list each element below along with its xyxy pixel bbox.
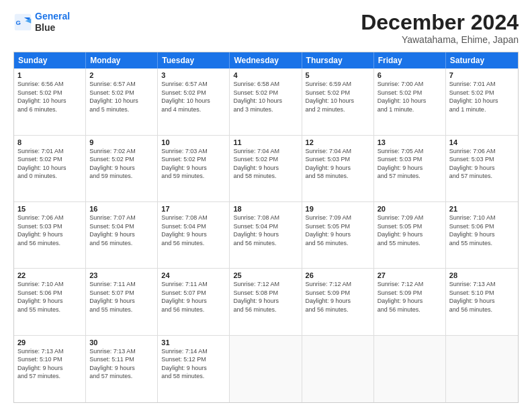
calendar-cell: 27Sunrise: 7:12 AM Sunset: 5:09 PM Dayli… [374,269,446,334]
day-number: 25 [233,271,298,279]
calendar-cell: 22Sunrise: 7:10 AM Sunset: 5:06 PM Dayli… [14,269,86,334]
day-number: 24 [161,271,226,279]
day-info: Sunrise: 7:06 AM Sunset: 5:03 PM Dayligh… [449,147,515,181]
calendar-cell [374,336,446,402]
calendar-cell: 29Sunrise: 7:13 AM Sunset: 5:10 PM Dayli… [14,336,86,402]
day-number: 10 [161,138,226,146]
day-info: Sunrise: 7:08 AM Sunset: 5:04 PM Dayligh… [161,214,226,247]
day-info: Sunrise: 7:12 AM Sunset: 5:09 PM Dayligh… [378,280,442,314]
day-number: 9 [89,138,154,146]
calendar-cell [446,336,518,402]
day-info: Sunrise: 7:12 AM Sunset: 5:09 PM Dayligh… [306,280,370,314]
calendar-cell: 25Sunrise: 7:12 AM Sunset: 5:08 PM Dayli… [230,269,302,334]
calendar-cell: 7Sunrise: 7:01 AM Sunset: 5:02 PM Daylig… [446,68,518,134]
calendar-cell: 8Sunrise: 7:01 AM Sunset: 5:02 PM Daylig… [14,136,86,201]
calendar-cell [302,336,374,402]
calendar-week-1: 1Sunrise: 6:56 AM Sunset: 5:02 PM Daylig… [14,68,518,135]
logo-line1: General [35,11,70,21]
day-info: Sunrise: 7:02 AM Sunset: 5:02 PM Dayligh… [89,147,154,181]
day-info: Sunrise: 6:56 AM Sunset: 5:02 PM Dayligh… [17,80,82,113]
day-number: 15 [17,205,82,213]
day-info: Sunrise: 6:58 AM Sunset: 5:02 PM Dayligh… [233,80,298,113]
day-info: Sunrise: 7:09 AM Sunset: 5:05 PM Dayligh… [306,214,370,247]
calendar-cell: 31Sunrise: 7:14 AM Sunset: 5:12 PM Dayli… [158,336,230,402]
calendar-week-5: 29Sunrise: 7:13 AM Sunset: 5:10 PM Dayli… [14,336,518,402]
day-number: 30 [89,338,154,347]
title-block: December 2024 Yawatahama, Ehime, Japan [361,11,519,45]
calendar-cell: 3Sunrise: 6:57 AM Sunset: 5:02 PM Daylig… [158,68,230,134]
calendar-cell: 16Sunrise: 7:07 AM Sunset: 5:04 PM Dayli… [86,202,158,268]
day-info: Sunrise: 6:57 AM Sunset: 5:02 PM Dayligh… [161,80,226,113]
day-info: Sunrise: 7:10 AM Sunset: 5:06 PM Dayligh… [17,280,82,314]
day-info: Sunrise: 7:13 AM Sunset: 5:10 PM Dayligh… [17,347,82,381]
header-day-thursday: Thursday [302,52,374,68]
calendar-cell: 20Sunrise: 7:09 AM Sunset: 5:05 PM Dayli… [374,202,446,268]
calendar-week-2: 8Sunrise: 7:01 AM Sunset: 5:02 PM Daylig… [14,136,518,202]
calendar-cell: 1Sunrise: 6:56 AM Sunset: 5:02 PM Daylig… [14,68,86,134]
calendar-cell: 11Sunrise: 7:04 AM Sunset: 5:02 PM Dayli… [230,136,302,201]
logo-icon: G [13,13,32,32]
calendar-body: 1Sunrise: 6:56 AM Sunset: 5:02 PM Daylig… [14,68,518,402]
day-number: 3 [161,71,226,79]
calendar-cell: 26Sunrise: 7:12 AM Sunset: 5:09 PM Dayli… [302,269,374,334]
calendar-cell: 12Sunrise: 7:04 AM Sunset: 5:03 PM Dayli… [302,136,374,201]
day-number: 17 [161,205,226,213]
day-info: Sunrise: 7:01 AM Sunset: 5:02 PM Dayligh… [17,147,82,181]
calendar-cell: 15Sunrise: 7:06 AM Sunset: 5:03 PM Dayli… [14,202,86,268]
calendar-cell: 19Sunrise: 7:09 AM Sunset: 5:05 PM Dayli… [302,202,374,268]
subtitle: Yawatahama, Ehime, Japan [361,34,519,45]
calendar-cell: 5Sunrise: 6:59 AM Sunset: 5:02 PM Daylig… [302,68,374,134]
calendar-week-4: 22Sunrise: 7:10 AM Sunset: 5:06 PM Dayli… [14,269,518,335]
day-number: 21 [449,205,515,213]
logo: G General Blue [13,11,70,34]
header-day-friday: Friday [374,52,446,68]
day-number: 31 [161,338,226,347]
day-info: Sunrise: 7:09 AM Sunset: 5:05 PM Dayligh… [378,214,442,247]
day-info: Sunrise: 7:06 AM Sunset: 5:03 PM Dayligh… [17,214,82,247]
calendar-header: SundayMondayTuesdayWednesdayThursdayFrid… [14,52,518,68]
day-info: Sunrise: 7:08 AM Sunset: 5:04 PM Dayligh… [233,214,298,247]
calendar-cell: 2Sunrise: 6:57 AM Sunset: 5:02 PM Daylig… [86,68,158,134]
main-title: December 2024 [361,11,519,34]
day-number: 8 [17,138,82,146]
calendar-cell: 18Sunrise: 7:08 AM Sunset: 5:04 PM Dayli… [230,202,302,268]
logo-line2: Blue [35,22,70,34]
calendar-cell: 13Sunrise: 7:05 AM Sunset: 5:03 PM Dayli… [374,136,446,201]
calendar-cell: 14Sunrise: 7:06 AM Sunset: 5:03 PM Dayli… [446,136,518,201]
day-info: Sunrise: 7:03 AM Sunset: 5:02 PM Dayligh… [161,147,226,181]
day-info: Sunrise: 6:57 AM Sunset: 5:02 PM Dayligh… [89,80,154,113]
day-info: Sunrise: 7:11 AM Sunset: 5:07 PM Dayligh… [161,280,226,314]
svg-text:G: G [16,18,21,26]
day-info: Sunrise: 7:01 AM Sunset: 5:02 PM Dayligh… [449,80,515,113]
day-number: 13 [378,138,442,146]
day-number: 4 [233,71,298,79]
calendar-cell: 17Sunrise: 7:08 AM Sunset: 5:04 PM Dayli… [158,202,230,268]
day-number: 29 [17,338,82,347]
day-info: Sunrise: 6:59 AM Sunset: 5:02 PM Dayligh… [306,80,370,113]
calendar-cell: 30Sunrise: 7:13 AM Sunset: 5:11 PM Dayli… [86,336,158,402]
day-info: Sunrise: 7:13 AM Sunset: 5:10 PM Dayligh… [449,280,515,314]
day-number: 5 [306,71,370,79]
day-number: 26 [306,271,370,279]
calendar-cell: 6Sunrise: 7:00 AM Sunset: 5:02 PM Daylig… [374,68,446,134]
day-info: Sunrise: 7:13 AM Sunset: 5:11 PM Dayligh… [89,347,154,381]
calendar-cell: 28Sunrise: 7:13 AM Sunset: 5:10 PM Dayli… [446,269,518,334]
day-info: Sunrise: 7:04 AM Sunset: 5:03 PM Dayligh… [306,147,370,181]
day-number: 6 [378,71,442,79]
day-number: 23 [89,271,154,279]
day-info: Sunrise: 7:14 AM Sunset: 5:12 PM Dayligh… [161,347,226,381]
day-number: 7 [449,71,515,79]
header-day-wednesday: Wednesday [230,52,302,68]
day-info: Sunrise: 7:07 AM Sunset: 5:04 PM Dayligh… [89,214,154,247]
day-number: 2 [89,71,154,79]
day-number: 12 [306,138,370,146]
calendar-cell: 10Sunrise: 7:03 AM Sunset: 5:02 PM Dayli… [158,136,230,201]
day-info: Sunrise: 7:04 AM Sunset: 5:02 PM Dayligh… [233,147,298,181]
day-number: 28 [449,271,515,279]
calendar-cell: 9Sunrise: 7:02 AM Sunset: 5:02 PM Daylig… [86,136,158,201]
calendar-cell: 4Sunrise: 6:58 AM Sunset: 5:02 PM Daylig… [230,68,302,134]
day-number: 16 [89,205,154,213]
header-day-sunday: Sunday [14,52,86,68]
day-number: 18 [233,205,298,213]
day-number: 1 [17,71,82,79]
